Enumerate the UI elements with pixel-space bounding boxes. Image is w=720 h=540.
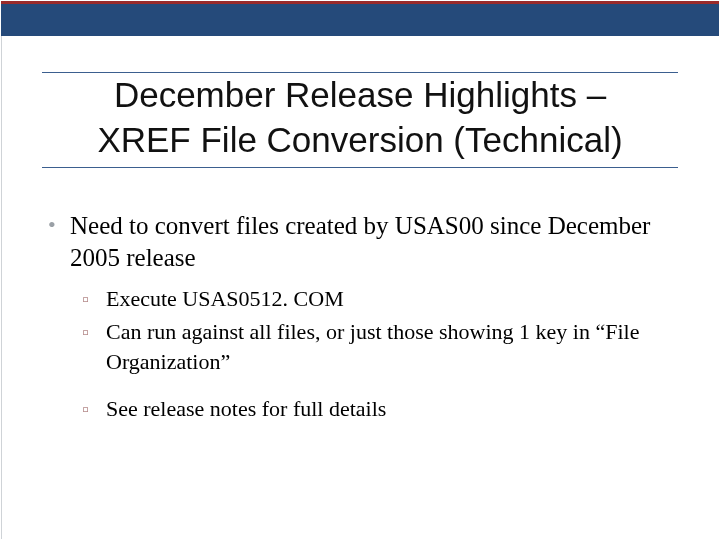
top-accent-bar — [1, 1, 719, 36]
sub-bullet-text: Can run against all files, or just those… — [106, 319, 639, 373]
bullet-item: Need to convert files created by USAS00 … — [42, 210, 678, 424]
sub-bullet-item: Execute USAS0512. COM — [80, 284, 678, 313]
sub-bullet-item: See release notes for full details — [80, 394, 678, 423]
slide-title: December Release Highlights – XREF File … — [48, 73, 672, 163]
title-line-2: XREF File Conversion (Technical) — [97, 120, 622, 159]
sub-bullet-text: See release notes for full details — [106, 396, 386, 421]
sub-bullet-list: Execute USAS0512. COM Can run against al… — [70, 284, 678, 424]
bullet-text: Need to convert files created by USAS00 … — [70, 212, 650, 271]
content-area: Need to convert files created by USAS00 … — [42, 210, 678, 436]
title-box: December Release Highlights – XREF File … — [42, 72, 678, 168]
sub-bullet-item: Can run against all files, or just those… — [80, 317, 678, 376]
sub-bullet-text: Execute USAS0512. COM — [106, 286, 344, 311]
slide-edge — [1, 1, 2, 539]
slide: December Release Highlights – XREF File … — [0, 0, 720, 540]
title-line-1: December Release Highlights – — [114, 75, 606, 114]
bullet-list: Need to convert files created by USAS00 … — [42, 210, 678, 424]
